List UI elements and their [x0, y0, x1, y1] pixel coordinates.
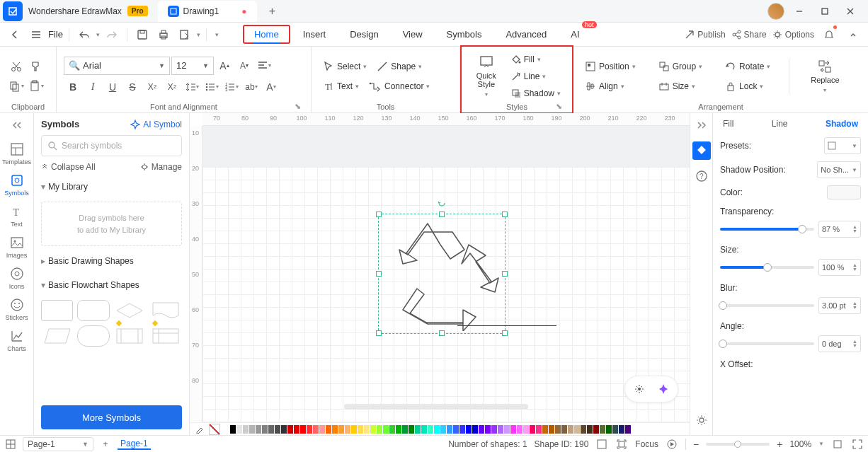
minimize-button[interactable]	[789, 1, 810, 22]
size-input[interactable]: 100 %▲▼	[818, 259, 861, 276]
color-swatch[interactable]	[530, 425, 535, 434]
fab-ai-icon[interactable]	[653, 379, 673, 399]
file-menu[interactable]: File	[48, 29, 63, 40]
shape-process[interactable]	[41, 300, 73, 321]
angle-slider[interactable]	[720, 342, 814, 345]
bullets-button[interactable]: ▾	[202, 78, 221, 96]
color-swatch[interactable]	[581, 425, 586, 434]
rotate-handle-icon[interactable]	[438, 199, 446, 207]
no-color-icon[interactable]	[209, 424, 220, 435]
bold-button[interactable]: B	[64, 78, 82, 96]
shadow-position-select[interactable]: No Sh...▼	[817, 161, 861, 178]
color-swatch[interactable]	[619, 425, 624, 434]
user-avatar[interactable]	[767, 3, 784, 20]
position-button[interactable]: Position▾	[581, 59, 640, 74]
presentation-icon[interactable]	[666, 438, 678, 451]
maximize-button[interactable]	[814, 1, 835, 22]
section-my-library[interactable]: ▾My Library	[41, 178, 182, 196]
color-swatch[interactable]	[370, 425, 376, 434]
quick-style-button[interactable]: Quick Style ▾	[469, 54, 504, 98]
library-dropzone[interactable]: Drag symbols hereto add to My Library	[41, 202, 182, 246]
resize-handle[interactable]	[376, 211, 382, 217]
line-spacing-button[interactable]: ▾	[183, 78, 201, 96]
fit-window-icon[interactable]	[831, 438, 844, 451]
resize-handle[interactable]	[439, 330, 445, 336]
section-basic-flowchart[interactable]: ▾Basic Flowchart Shapes	[41, 276, 182, 294]
color-swatch[interactable]	[224, 425, 229, 434]
color-swatch[interactable]	[377, 425, 382, 434]
canvas[interactable]	[202, 126, 690, 422]
zoom-out-button[interactable]: −	[693, 439, 699, 450]
blur-slider[interactable]	[720, 304, 814, 307]
color-swatch[interactable]	[326, 425, 331, 434]
resize-handle[interactable]	[376, 330, 382, 336]
cut-button[interactable]	[7, 57, 25, 76]
shape-internal-storage[interactable]	[150, 325, 182, 347]
search-symbols-input[interactable]: Search symbols	[41, 135, 182, 156]
shadow-color-picker[interactable]	[827, 185, 861, 199]
color-swatch[interactable]	[364, 425, 370, 434]
zoom-in-button[interactable]: +	[777, 439, 782, 450]
font-size-select[interactable]: 12▼	[171, 57, 214, 75]
increase-font-button[interactable]: A▴	[215, 57, 234, 75]
color-swatch[interactable]	[593, 425, 599, 434]
tab-view[interactable]: View	[392, 25, 434, 44]
shape-rounded[interactable]	[77, 300, 109, 321]
fab-style-icon[interactable]	[629, 379, 649, 399]
resize-handle[interactable]	[376, 271, 382, 277]
color-swatch[interactable]	[275, 425, 280, 434]
color-swatch[interactable]	[466, 425, 472, 434]
focus-label[interactable]: Focus	[635, 439, 658, 449]
change-case-button[interactable]: ab▾	[242, 78, 261, 96]
dialog-launcher-icon[interactable]: ⬊	[554, 101, 564, 111]
tab-design[interactable]: Design	[338, 25, 389, 44]
color-swatch[interactable]	[332, 425, 338, 434]
color-swatch[interactable]	[236, 425, 242, 434]
redo-button[interactable]	[103, 25, 121, 44]
presets-select[interactable]: ▼	[824, 137, 861, 154]
align-horizontal-button[interactable]: ▾	[255, 57, 273, 75]
select-tool[interactable]: Select▾	[319, 59, 371, 74]
lock-button[interactable]: Lock▾	[721, 79, 775, 94]
color-swatch[interactable]	[447, 425, 452, 434]
rail-symbols[interactable]: Symbols	[0, 168, 34, 199]
expand-properties-button[interactable]	[692, 116, 711, 134]
save-button[interactable]	[133, 25, 152, 44]
color-swatch[interactable]	[287, 425, 293, 434]
color-swatch[interactable]	[300, 425, 306, 434]
color-swatch[interactable]	[383, 425, 389, 434]
transparency-slider[interactable]	[720, 228, 814, 231]
color-swatch[interactable]	[517, 425, 522, 434]
color-swatch[interactable]	[351, 425, 357, 434]
collapse-ribbon-button[interactable]	[844, 25, 862, 44]
color-swatch[interactable]	[561, 425, 567, 434]
color-swatch[interactable]	[485, 425, 491, 434]
back-button[interactable]	[6, 25, 24, 44]
dialog-launcher-icon[interactable]: ⬊	[292, 101, 302, 111]
blur-input[interactable]: 3.00 pt▲▼	[818, 297, 861, 314]
angle-input[interactable]: 0 deg▲▼	[818, 335, 861, 352]
color-swatch[interactable]	[256, 425, 261, 434]
export-button[interactable]	[176, 25, 194, 44]
page-grid-icon[interactable]	[4, 438, 17, 451]
color-swatch[interactable]	[262, 425, 268, 434]
color-swatch[interactable]	[434, 425, 440, 434]
color-swatch[interactable]	[243, 425, 249, 434]
rail-charts[interactable]: Charts	[0, 324, 34, 355]
color-swatch[interactable]	[587, 425, 593, 434]
focus-icon[interactable]	[615, 438, 628, 451]
color-swatch[interactable]	[402, 425, 408, 434]
color-swatch[interactable]	[510, 425, 516, 434]
color-swatch[interactable]	[612, 425, 618, 434]
share-button[interactable]: Share	[731, 30, 767, 40]
manage-button[interactable]: Manage	[140, 162, 182, 172]
color-swatch[interactable]	[389, 425, 395, 434]
color-swatch[interactable]	[479, 425, 484, 434]
color-swatch[interactable]	[313, 425, 319, 434]
transparency-input[interactable]: 87 %▲▼	[818, 221, 861, 238]
add-tab-button[interactable]: +	[264, 3, 281, 20]
format-painter-button[interactable]	[27, 57, 45, 76]
zoom-value[interactable]: 100%	[789, 439, 811, 449]
shape-document[interactable]	[150, 300, 182, 321]
size-slider[interactable]	[720, 266, 814, 269]
